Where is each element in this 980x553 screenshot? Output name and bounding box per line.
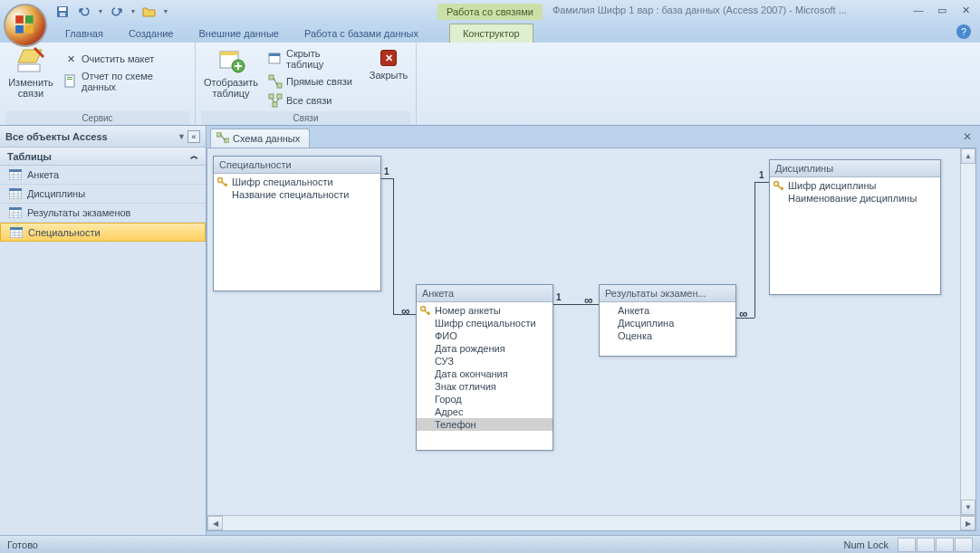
doc-close-button[interactable]: ✕ [960,129,975,144]
field-label: Шифр специальности [232,176,333,187]
titlebar: ▼ ▼ ▼ Работа со связями Фамилия Шифр 1 в… [0,0,980,23]
help-button[interactable]: ? [956,24,971,39]
table-field[interactable]: Дата окончания [417,367,552,380]
save-button[interactable] [53,2,72,22]
nav-item-table[interactable]: Результаты экзаменов [0,204,206,223]
relationships-canvas[interactable]: Специальности Шифр специальностиНазвание… [207,148,976,531]
table-title[interactable]: Специальности [214,157,380,174]
all-relationships-button[interactable]: Все связи [264,91,363,110]
tab-design[interactable]: Конструктор [449,24,533,43]
field-label: Дата окончания [435,368,508,379]
svg-point-48 [421,307,426,311]
view-button-1[interactable] [898,538,916,552]
nav-item-table[interactable]: Дисциплины [0,185,206,204]
navpane-collapse-button[interactable]: « [187,130,200,143]
nav-item-label: Анкета [27,169,59,180]
table-icon [9,188,22,199]
table-field[interactable]: Оценка [600,329,735,342]
svg-point-49 [774,182,779,186]
edit-relationships-button[interactable]: Изменить связи [5,44,56,100]
minimize-button[interactable]: — [908,2,929,18]
qat-customize[interactable]: ▼ [161,2,170,22]
office-button[interactable] [4,4,47,47]
table-field[interactable]: ФИО [417,329,552,342]
table-field[interactable]: СУЗ [417,355,552,367]
quick-access-toolbar: ▼ ▼ ▼ [53,2,170,22]
vertical-scrollbar[interactable]: ▲ ▼ [960,148,975,515]
rel-many-label: ∞ [401,304,409,318]
clear-layout-icon: ✕ [63,52,78,66]
scroll-right-button[interactable]: ▶ [960,516,975,530]
table-window-anketa[interactable]: Анкета Номер анкетыШифр специальностиФИО… [416,284,553,451]
doc-tab-label: Схема данных [233,133,300,144]
table-title[interactable]: Дисциплины [770,160,940,177]
rel-one-label: 1 [556,292,562,302]
show-table-label: Отобразить таблицу [204,77,258,99]
table-field[interactable]: Дата рождения [417,342,552,355]
table-window-specialties[interactable]: Специальности Шифр специальностиНазвание… [213,156,381,291]
table-field[interactable]: Адрес [417,405,552,418]
scroll-down-button[interactable]: ▼ [961,500,975,515]
table-field[interactable]: Номер анкеты [417,304,552,317]
horizontal-scrollbar[interactable]: ◀ ▶ [207,515,975,530]
view-button-3[interactable] [936,538,954,552]
svg-rect-45 [216,132,221,137]
direct-relationships-button[interactable]: Прямые связи [264,72,363,91]
tab-external-data[interactable]: Внешние данные [187,24,292,43]
svg-rect-20 [273,102,277,107]
table-field[interactable]: Шифр специальности [214,176,380,188]
table-field[interactable]: Город [417,393,552,405]
close-label: Закрыть [370,70,408,81]
field-label: Номер анкеты [435,305,501,316]
table-window-results[interactable]: Результаты экзамен... АнкетаДисциплинаОц… [599,284,736,357]
nav-group-tables[interactable]: Таблицы ︽ [0,148,206,166]
table-title[interactable]: Результаты экзамен... [600,285,735,302]
table-field[interactable]: Название специальности [214,188,380,201]
scroll-track[interactable] [223,516,960,530]
undo-dropdown[interactable]: ▼ [96,2,105,22]
table-field[interactable]: Анкета [600,304,735,317]
table-field[interactable]: Знак отличия [417,380,552,393]
clear-layout-button[interactable]: ✕Очистить макет [60,50,189,68]
hide-table-button[interactable]: Скрыть таблицу [264,46,363,72]
doc-tab-schema[interactable]: Схема данных [210,129,310,148]
close-window-button[interactable]: ✕ [955,2,976,18]
nav-item-table[interactable]: Анкета [0,166,206,185]
undo-button[interactable] [74,2,94,22]
tab-home[interactable]: Главная [53,24,116,43]
view-button-2[interactable] [917,538,935,552]
redo-dropdown[interactable]: ▼ [129,2,138,22]
restore-button[interactable]: ▭ [931,2,953,18]
svg-rect-40 [10,227,23,230]
field-label: Оценка [618,330,652,341]
table-field[interactable]: Дисциплина [600,317,735,329]
navpane-header[interactable]: Все объекты Access ▼ « [0,126,206,148]
table-field[interactable]: Шифр дисциплины [770,179,940,192]
scroll-left-button[interactable]: ◀ [207,516,223,530]
table-window-disciplines[interactable]: Дисциплины Шифр дисциплиныНаименование д… [769,159,941,295]
svg-rect-2 [15,25,24,33]
open-button[interactable] [139,2,159,22]
ribbon: Изменить связи ✕Очистить макет Отчет по … [0,43,980,126]
relationship-report-button[interactable]: Отчет по схеме данных [60,69,189,94]
scroll-up-button[interactable]: ▲ [961,148,975,164]
table-field[interactable]: Телефон [417,418,552,431]
nav-item-table[interactable]: Специальности [0,223,206,242]
app-title: Фамилия Шифр 1 вар : база данных (Access… [552,5,847,15]
table-title[interactable]: Анкета [417,285,552,302]
table-field[interactable]: Наименование дисциплины [770,192,940,205]
redo-button[interactable] [107,2,127,22]
table-field[interactable]: Шифр специальности [417,317,552,329]
main-area: Все объекты Access ▼ « Таблицы ︽ АнкетаД… [0,126,980,535]
close-button[interactable]: ✕ Закрыть [367,44,410,82]
field-label: Название специальности [232,189,349,200]
table-icon [9,207,22,218]
tab-database-tools[interactable]: Работа с базами данных [292,24,431,43]
svg-rect-15 [269,53,280,56]
view-button-4[interactable] [955,538,973,552]
show-table-button[interactable]: Отобразить таблицу [201,44,261,100]
scroll-track[interactable] [961,164,975,500]
rel-line [381,178,393,179]
tab-create[interactable]: Создание [116,24,187,43]
navpane-dropdown-icon[interactable]: ▼ [178,132,186,141]
